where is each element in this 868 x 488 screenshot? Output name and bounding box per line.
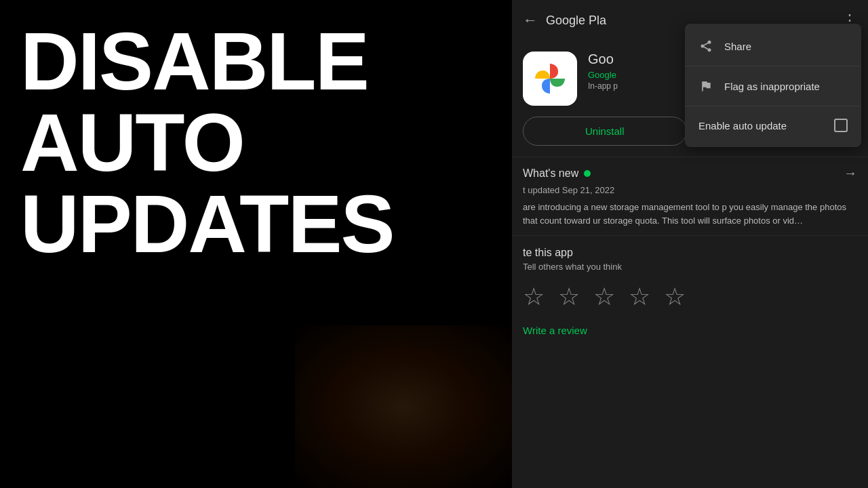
flag-icon	[698, 79, 713, 94]
video-overlay	[295, 325, 512, 488]
write-review-button[interactable]: Write a review	[523, 325, 587, 336]
share-menu-item[interactable]: Share	[685, 29, 861, 63]
auto-update-checkbox[interactable]	[834, 119, 848, 132]
update-text: are introducing a new storage management…	[523, 201, 857, 227]
update-date: t updated Sep 21, 2022	[523, 185, 857, 195]
auto-update-label: Enable auto update	[698, 120, 823, 131]
video-line3: UPDATES	[20, 183, 394, 264]
rate-section: te this app Tell others what you think ☆…	[512, 235, 868, 348]
star-1[interactable]: ☆	[523, 283, 545, 311]
star-3[interactable]: ☆	[593, 283, 615, 311]
dropdown-divider-2	[685, 106, 861, 106]
flag-menu-item[interactable]: Flag as inappropriate	[685, 69, 861, 103]
uninstall-button[interactable]: Uninstall	[523, 117, 687, 146]
video-panel: DISABLE AUTO UPDATES	[0, 0, 512, 488]
svg-point-0	[708, 41, 711, 44]
back-button[interactable]: ←	[523, 12, 538, 29]
video-title: DISABLE AUTO UPDATES	[20, 20, 394, 264]
svg-line-3	[704, 47, 708, 49]
svg-point-2	[708, 48, 711, 52]
google-photos-logo	[528, 57, 572, 100]
whats-new-header: What's new →	[523, 165, 857, 181]
svg-point-1	[701, 45, 705, 48]
whats-new-section: What's new → t updated Sep 21, 2022 are …	[512, 157, 868, 235]
whats-new-label: What's new	[523, 167, 578, 180]
auto-update-menu-item[interactable]: Enable auto update	[685, 109, 861, 142]
rate-subtitle: Tell others what you think	[523, 262, 857, 272]
svg-line-4	[704, 43, 708, 45]
star-4[interactable]: ☆	[629, 283, 650, 311]
app-icon	[523, 52, 577, 106]
stars-row: ☆ ☆ ☆ ☆ ☆	[523, 283, 857, 311]
flag-label: Flag as inappropriate	[724, 81, 820, 92]
green-dot	[584, 170, 591, 177]
dropdown-divider-1	[685, 66, 861, 66]
star-2[interactable]: ☆	[558, 283, 580, 311]
video-line2: AUTO	[20, 102, 394, 183]
video-line1: DISABLE	[20, 20, 394, 102]
play-panel: ← Google Pla ⋮ Goo Google In-app p Un	[512, 0, 868, 488]
dropdown-menu: Share Flag as inappropriate Enable auto …	[685, 24, 861, 147]
whats-new-arrow[interactable]: →	[844, 165, 857, 181]
whats-new-title: What's new	[523, 167, 591, 180]
share-label: Share	[724, 41, 751, 52]
star-5[interactable]: ☆	[664, 283, 686, 311]
share-icon	[698, 39, 713, 54]
rate-title: te this app	[523, 247, 857, 259]
